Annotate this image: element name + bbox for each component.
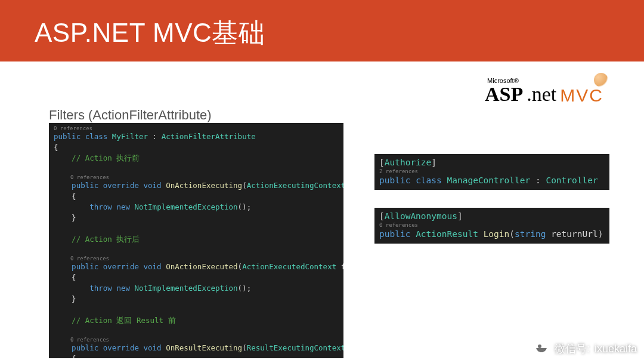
attr-authorize: Authorize xyxy=(385,158,432,167)
cls-notimplementedexception: NotImplementedException xyxy=(135,202,238,211)
comment-after: // Action 执行后 xyxy=(72,235,140,244)
codelens-ref: 0 references xyxy=(70,256,339,262)
mth-onactionexecuted: OnActionExecuted xyxy=(166,262,237,271)
brace-open: { xyxy=(54,143,58,152)
watermark-label: 微信号: xyxy=(555,342,590,356)
cls-notimplementedexception: NotImplementedException xyxy=(135,284,238,293)
kw-public: public xyxy=(72,262,98,271)
cls-myfilter: MyFilter xyxy=(112,132,148,141)
kw-string: string xyxy=(515,229,546,239)
comment-before: // Action 执行前 xyxy=(72,153,140,162)
kw-new: new xyxy=(116,202,130,211)
tok-colon: : xyxy=(153,132,157,141)
codelens-ref: 0 references xyxy=(70,337,339,343)
param-filtercontext: filterContext) xyxy=(336,262,343,271)
slide-subtitle: Filters (ActionFilterAttribute) xyxy=(49,107,212,123)
code-block-authorize: [Authorize] 2 referencespublic class Man… xyxy=(374,154,609,190)
kw-public: public xyxy=(72,181,98,190)
logo-mvc: MVC xyxy=(560,87,603,104)
tok-paren: ( xyxy=(238,262,243,271)
kw-public: public xyxy=(72,343,98,352)
codelens-ref: 0 references xyxy=(54,125,339,131)
kw-override: override xyxy=(103,181,139,190)
cls-actionfilterattribute: ActionFilterAttribute xyxy=(162,132,256,141)
tok-colon: : xyxy=(535,176,541,185)
wechat-watermark: 微信号: ixuekaifa xyxy=(533,340,637,357)
watermark-id: ixuekaifa xyxy=(595,343,637,355)
mth-onactionexecuting: OnActionExecuting xyxy=(166,181,242,190)
mth-onresultexecuting: OnResultExecuting xyxy=(166,343,242,352)
kw-class: class xyxy=(416,176,442,185)
cls-controller: Controller xyxy=(546,176,597,185)
kw-void: void xyxy=(144,181,162,190)
tok-bracket: ] xyxy=(431,158,436,167)
codelens-ref: 2 references xyxy=(379,168,605,174)
brace-close: } xyxy=(72,213,76,222)
codelens-ref: 0 references xyxy=(70,174,339,180)
cls-actionexecutedcontext: ActionExecutedContext xyxy=(242,262,336,271)
kw-void: void xyxy=(144,343,162,352)
tok-bracket: [ xyxy=(379,158,385,167)
slide: ASP.NET MVC基础 Filters (ActionFilterAttri… xyxy=(0,0,644,363)
tok-bracket: [ xyxy=(379,211,385,221)
kw-throw: throw xyxy=(89,202,112,211)
title-band: ASP.NET MVC基础 xyxy=(0,0,644,61)
tok-bracket: ] xyxy=(457,211,463,221)
brace-open: { xyxy=(72,192,76,201)
comment-result-before: // Action 返回 Result 前 xyxy=(72,316,175,325)
slide-title: ASP.NET MVC基础 xyxy=(35,16,644,51)
logo-swoosh-icon xyxy=(594,73,608,87)
tok-paren: ( xyxy=(242,343,247,352)
codelens-ref: 0 references xyxy=(379,222,605,228)
tok-callend: (); xyxy=(238,202,252,211)
brace-open: { xyxy=(72,354,76,358)
cls-actionexecutingcontext: ActionExecutingContext xyxy=(247,181,343,190)
brace-close: } xyxy=(72,294,76,303)
kw-public: public xyxy=(54,132,80,141)
cls-resultexecutingcontext: ResultExecutingContext xyxy=(247,343,343,352)
tok-paren: ( xyxy=(509,229,515,239)
brace-open: { xyxy=(72,273,76,282)
logo-net: .net xyxy=(527,84,556,104)
kw-throw: throw xyxy=(89,284,112,293)
kw-void: void xyxy=(144,262,162,271)
tok-paren: ( xyxy=(242,181,247,190)
tok-callend: (); xyxy=(238,284,252,293)
code-block-allowanonymous: [AllowAnonymous] 0 referencespublic Acti… xyxy=(374,208,609,244)
cls-managecontroller: ManageController xyxy=(447,176,531,185)
wechat-icon xyxy=(533,340,550,357)
code-block-myfilter: 0 referencespublic class MyFilter : Acti… xyxy=(49,123,343,358)
kw-override: override xyxy=(103,262,139,271)
attr-allowanonymous: AllowAnonymous xyxy=(385,211,457,221)
kw-class: class xyxy=(85,132,108,141)
cls-actionresult: ActionResult xyxy=(416,229,478,239)
param-returnurl: returnUrl) xyxy=(546,229,603,239)
kw-new: new xyxy=(116,284,130,293)
kw-override: override xyxy=(103,343,139,352)
logo-asp: ASP xyxy=(485,84,523,104)
kw-public: public xyxy=(379,176,410,185)
mth-login: Login xyxy=(484,229,510,239)
kw-public: public xyxy=(379,229,410,239)
aspnet-mvc-logo: Microsoft® ASP.net MVC xyxy=(485,78,603,104)
